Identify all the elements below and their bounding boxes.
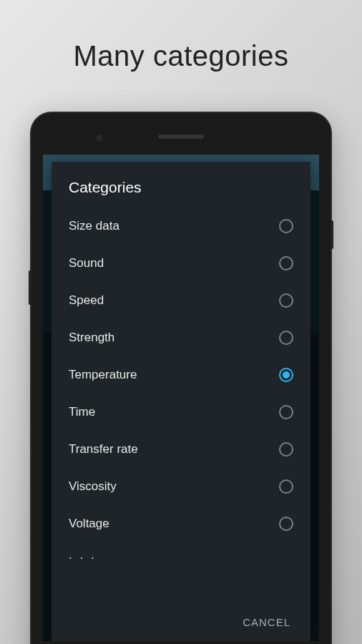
list-item-speed[interactable]: Speed bbox=[52, 282, 310, 319]
radio-icon[interactable] bbox=[279, 256, 293, 270]
radio-icon-selected[interactable] bbox=[279, 368, 293, 382]
list-item-strength[interactable]: Strength bbox=[52, 319, 310, 356]
list-item-label: Speed bbox=[69, 293, 104, 308]
list-item-viscosity[interactable]: Viscosity bbox=[52, 468, 310, 505]
dialog-list[interactable]: Size data Sound Speed Strength Temperatu… bbox=[52, 208, 310, 568]
list-item-time[interactable]: Time bbox=[52, 394, 310, 431]
phone-sensor bbox=[96, 135, 103, 142]
page-title: Many categories bbox=[0, 0, 362, 72]
phone-volume-button bbox=[29, 270, 31, 305]
list-item-label: Time bbox=[69, 405, 95, 419]
radio-icon[interactable] bbox=[279, 331, 293, 345]
phone-top-bezel bbox=[31, 113, 331, 155]
categories-dialog: Categories Size data Sound Speed Strengt… bbox=[52, 162, 310, 641]
list-item-sound[interactable]: Sound bbox=[52, 245, 310, 282]
cancel-button[interactable]: CANCEL bbox=[234, 610, 299, 634]
list-item-transfer-rate[interactable]: Transfer rate bbox=[52, 431, 310, 468]
radio-icon[interactable] bbox=[279, 442, 293, 457]
radio-icon[interactable] bbox=[279, 479, 293, 494]
radio-icon[interactable] bbox=[279, 219, 293, 233]
list-item-label: Transfer rate bbox=[69, 442, 138, 457]
dialog-actions: CANCEL bbox=[222, 603, 310, 641]
phone-frame: Categories Size data Sound Speed Strengt… bbox=[31, 113, 331, 644]
list-item-voltage[interactable]: Voltage bbox=[52, 505, 310, 542]
list-item-size-data[interactable]: Size data bbox=[52, 208, 310, 245]
radio-icon[interactable] bbox=[279, 405, 293, 419]
list-item-label: Temperature bbox=[69, 368, 137, 382]
list-item-label: Voltage bbox=[69, 517, 109, 531]
phone-screen: Categories Size data Sound Speed Strengt… bbox=[43, 155, 319, 641]
list-item-more[interactable]: . . . bbox=[52, 542, 310, 568]
radio-icon[interactable] bbox=[279, 517, 293, 531]
list-item-label: Viscosity bbox=[69, 479, 117, 494]
list-item-label: Sound bbox=[69, 256, 104, 270]
dialog-title: Categories bbox=[52, 162, 310, 208]
phone-power-button bbox=[331, 220, 333, 249]
phone-speaker bbox=[158, 135, 204, 139]
list-item-temperature[interactable]: Temperature bbox=[52, 356, 310, 394]
list-item-label: Size data bbox=[69, 219, 119, 233]
list-item-label: Strength bbox=[69, 331, 114, 345]
radio-icon[interactable] bbox=[279, 293, 293, 308]
